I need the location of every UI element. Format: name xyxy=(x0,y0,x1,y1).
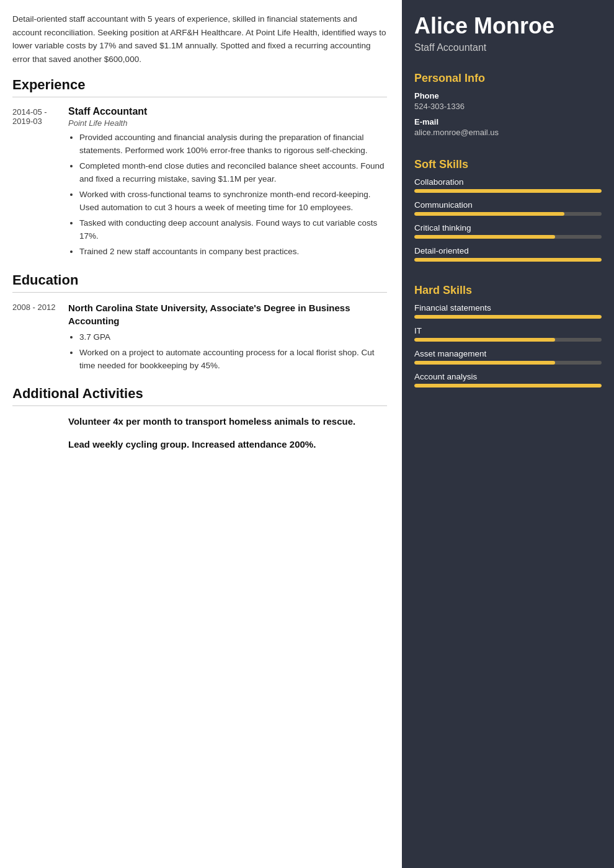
additional-divider xyxy=(12,405,387,406)
right-column: Alice Monroe Staff Accountant Personal I… xyxy=(402,0,614,868)
bullet-0-4: Trained 2 new staff accountants in compa… xyxy=(79,246,387,259)
additional-text-1: Lead weekly cycling group. Increased att… xyxy=(68,438,387,452)
soft-skill-bar-fill-0 xyxy=(414,189,602,193)
hard-skill-bar-fill-2 xyxy=(414,361,555,365)
soft-skill-bar-fill-2 xyxy=(414,235,555,239)
education-section-title: Education xyxy=(12,272,387,288)
soft-skill-bar-bg-2 xyxy=(414,235,602,239)
experience-dates-0: 2014-05 - 2019-03 xyxy=(12,106,68,260)
soft-skill-bar-bg-3 xyxy=(414,258,602,262)
soft-skill-3: Detail-oriented xyxy=(414,246,602,262)
hard-skill-name-0: Financial statements xyxy=(414,303,602,312)
soft-skill-name-1: Communication xyxy=(414,200,602,210)
edu-bullet-0-1: Worked on a project to automate accounti… xyxy=(79,347,387,373)
hard-skill-name-1: IT xyxy=(414,326,602,335)
education-divider xyxy=(12,292,387,293)
hard-skill-bar-bg-3 xyxy=(414,384,602,388)
additional-section-title: Additional Activities xyxy=(12,386,387,402)
personal-info-title: Personal Info xyxy=(414,72,602,85)
additional-entry-1: Lead weekly cycling group. Increased att… xyxy=(68,438,387,452)
hard-skill-1: IT xyxy=(414,326,602,342)
hard-skill-bar-bg-1 xyxy=(414,338,602,342)
education-content-0: North Carolina State University, Associa… xyxy=(68,301,387,375)
bullet-0-0: Provided accounting and financial analys… xyxy=(79,131,387,157)
soft-skills-title: Soft Skills xyxy=(414,158,602,171)
soft-skills-section: Soft Skills Collaboration Communication … xyxy=(402,149,614,275)
hard-skill-3: Account analysis xyxy=(414,372,602,388)
additional-text-0: Volunteer 4x per month to transport home… xyxy=(68,415,387,429)
soft-skill-bar-bg-1 xyxy=(414,212,602,216)
bullet-0-3: Tasked with conducting deep account anal… xyxy=(79,217,387,243)
phone-value: 524-303-1336 xyxy=(414,102,602,111)
hard-skills-section: Hard Skills Financial statements IT Asse… xyxy=(402,275,614,401)
soft-skill-bar-fill-1 xyxy=(414,212,564,216)
education-dates-0: 2008 - 2012 xyxy=(12,301,68,375)
experience-title-0: Staff Accountant xyxy=(68,106,387,117)
soft-skill-2: Critical thinking xyxy=(414,223,602,239)
personal-info-section: Personal Info Phone 524-303-1336 E-mail … xyxy=(402,63,614,149)
experience-divider xyxy=(12,97,387,97)
sidebar-name: Alice Monroe xyxy=(414,14,602,38)
hard-skill-bar-fill-0 xyxy=(414,315,602,319)
additional-entry-0: Volunteer 4x per month to transport home… xyxy=(68,415,387,429)
soft-skill-name-3: Detail-oriented xyxy=(414,246,602,255)
hard-skill-name-3: Account analysis xyxy=(414,372,602,381)
experience-bullets-0: Provided accounting and financial analys… xyxy=(68,131,387,258)
phone-label: Phone xyxy=(414,91,602,100)
edu-bullet-0-0: 3.7 GPA xyxy=(79,331,387,344)
hard-skill-0: Financial statements xyxy=(414,303,602,319)
experience-entry-0: 2014-05 - 2019-03 Staff Accountant Point… xyxy=(12,106,387,260)
summary-text: Detail-oriented staff accountant with 5 … xyxy=(12,12,387,66)
hard-skill-2: Asset management xyxy=(414,349,602,365)
bullet-0-2: Worked with cross-functional teams to sy… xyxy=(79,188,387,215)
experience-content-0: Staff Accountant Point Life Health Provi… xyxy=(68,106,387,260)
hard-skill-bar-bg-2 xyxy=(414,361,602,365)
sidebar-job-title: Staff Accountant xyxy=(414,42,602,53)
education-bullets-0: 3.7 GPA Worked on a project to automate … xyxy=(68,331,387,373)
soft-skill-name-0: Collaboration xyxy=(414,177,602,187)
left-column: Detail-oriented staff accountant with 5 … xyxy=(0,0,402,868)
email-label: E-mail xyxy=(414,117,602,126)
sidebar-header: Alice Monroe Staff Accountant xyxy=(402,0,614,63)
soft-skill-bar-bg-0 xyxy=(414,189,602,193)
soft-skill-name-2: Critical thinking xyxy=(414,223,602,232)
education-title-0: North Carolina State University, Associa… xyxy=(68,301,387,327)
soft-skill-0: Collaboration xyxy=(414,177,602,193)
hard-skill-bar-bg-0 xyxy=(414,315,602,319)
bullet-0-1: Completed month-end close duties and rec… xyxy=(79,160,387,186)
soft-skill-bar-fill-3 xyxy=(414,258,602,262)
experience-company-0: Point Life Health xyxy=(68,118,387,128)
hard-skill-name-2: Asset management xyxy=(414,349,602,358)
hard-skill-bar-fill-1 xyxy=(414,338,555,342)
hard-skills-title: Hard Skills xyxy=(414,284,602,297)
soft-skill-1: Communication xyxy=(414,200,602,216)
experience-section-title: Experience xyxy=(12,77,387,93)
hard-skill-bar-fill-3 xyxy=(414,384,602,388)
education-entry-0: 2008 - 2012 North Carolina State Univers… xyxy=(12,301,387,375)
email-value: alice.monroe@email.us xyxy=(414,128,602,137)
